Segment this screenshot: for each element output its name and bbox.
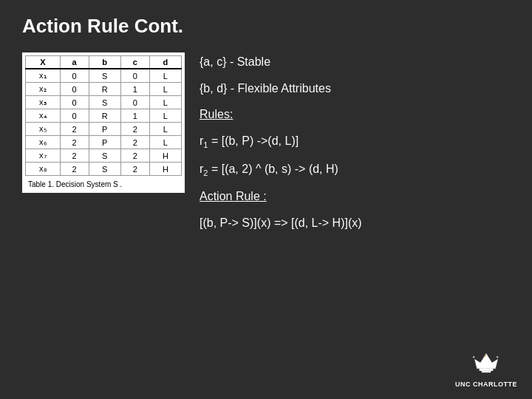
table-cell: 2 — [120, 123, 149, 136]
svg-text:✦: ✦ — [496, 355, 499, 359]
table-cell: 2 — [60, 123, 89, 136]
slide: Action Rule Cont. X a b c d x₁0S0Lx — [0, 0, 532, 399]
table-cell: x₂ — [26, 83, 61, 96]
table-cell: P — [89, 136, 120, 149]
col-header-x: X — [26, 56, 61, 69]
table-cell: 2 — [60, 136, 89, 149]
table-cell: L — [149, 123, 181, 136]
svg-text:★: ★ — [484, 354, 487, 358]
table-cell: x₅ — [26, 123, 61, 136]
svg-rect-2 — [482, 371, 491, 372]
table-cell: L — [149, 69, 181, 83]
table-cell: S — [89, 96, 120, 109]
rule2-line: r2 = [(a, 2) ^ (b, s) -> (d, H) — [200, 160, 510, 180]
table-row: x₆2P2L — [26, 136, 182, 149]
table-cell: x₄ — [26, 109, 61, 123]
table-cell: H — [149, 149, 181, 163]
table-cell: L — [149, 109, 181, 123]
rule1-line: r1 = [(b, P) ->(d, L)] — [200, 132, 510, 152]
svg-rect-1 — [480, 369, 494, 371]
table-cell: P — [89, 123, 120, 136]
table-cell: x₇ — [26, 149, 61, 163]
table-cell: 1 — [120, 83, 149, 96]
table-cell: L — [149, 136, 181, 149]
table-cell: 0 — [60, 69, 89, 83]
table-row: x₁0S0L — [26, 69, 182, 83]
table-cell: S — [89, 149, 120, 163]
table-cell: 2 — [60, 163, 89, 176]
slide-title: Action Rule Cont. — [22, 15, 510, 38]
table-cell: 0 — [60, 109, 89, 123]
table-cell: 0 — [60, 96, 89, 109]
table-row: x₃0S0L — [26, 96, 182, 109]
flexible-label: {b, d} - Flexible Attributes — [200, 79, 510, 98]
stable-label: {a, c} - Stable — [200, 52, 510, 72]
table-cell: 2 — [120, 136, 149, 149]
table-row: x₄0R1L — [26, 109, 182, 123]
table-header-row: X a b c d — [26, 56, 182, 69]
table-cell: 0 — [120, 69, 149, 83]
table-cell: L — [149, 96, 181, 109]
table-row: x₇2S2H — [26, 149, 182, 163]
table-cell: L — [149, 83, 181, 96]
table-row: x₅2P2L — [26, 123, 182, 136]
unc-charlotte-logo: ✦ ✦ ★ — [468, 352, 505, 378]
logo-area: ✦ ✦ ★ UNC CHARLOTTE — [455, 352, 517, 388]
table-cell: x₆ — [26, 136, 61, 149]
rule1-rest: = [(b, P) ->(d, L)] — [208, 134, 299, 147]
table-row: x₂0R1L — [26, 83, 182, 96]
table-cell: 0 — [60, 83, 89, 96]
table-cell: R — [89, 83, 120, 96]
col-header-b: b — [89, 56, 120, 69]
table-cell: x₈ — [26, 163, 61, 176]
action-rule-label: Action Rule : — [200, 187, 510, 206]
logo-name: UNC CHARLOTTE — [455, 381, 517, 388]
col-header-d: d — [149, 56, 181, 69]
table-cell: S — [89, 69, 120, 83]
table-cell: 1 — [120, 109, 149, 123]
table-cell: R — [89, 109, 120, 123]
table-cell: H — [149, 163, 181, 176]
table-cell: 0 — [120, 96, 149, 109]
svg-text:✦: ✦ — [472, 355, 475, 359]
content-area: X a b c d x₁0S0Lx₂0R1Lx₃0S0Lx₄0R1Lx₅2P2L… — [22, 52, 510, 233]
col-header-c: c — [120, 56, 149, 69]
decision-table: X a b c d x₁0S0Lx₂0R1Lx₃0S0Lx₄0R1Lx₅2P2L… — [25, 55, 182, 176]
table-row: x₈2S2H — [26, 163, 182, 176]
rule2-rest: = [(a, 2) ^ (b, s) -> (d, H) — [208, 163, 338, 175]
table-cell: x₃ — [26, 96, 61, 109]
table-cell: S — [89, 163, 120, 176]
table-cell: 2 — [60, 149, 89, 163]
table-cell: 2 — [120, 149, 149, 163]
right-content: {a, c} - Stable {b, d} - Flexible Attrib… — [200, 52, 510, 233]
rules-header: Rules: — [200, 105, 510, 124]
table-cell: 2 — [120, 163, 149, 176]
action-rule-formula: [(b, P-> S)](x) => [(d, L-> H)](x) — [200, 214, 510, 233]
table-caption: Table 1. Decision System S . — [25, 179, 182, 190]
col-header-a: a — [60, 56, 89, 69]
table-container: X a b c d x₁0S0Lx₂0R1Lx₃0S0Lx₄0R1Lx₅2P2L… — [22, 52, 185, 233]
table-wrapper: X a b c d x₁0S0Lx₂0R1Lx₃0S0Lx₄0R1Lx₅2P2L… — [22, 52, 185, 193]
table-cell: x₁ — [26, 69, 61, 83]
